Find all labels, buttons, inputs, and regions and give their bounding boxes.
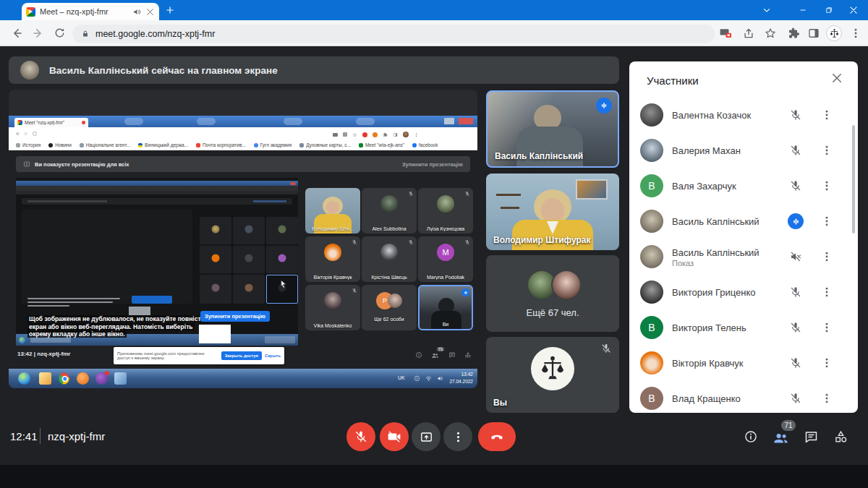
avatar	[380, 195, 398, 213]
titlebar-blur	[356, 118, 375, 125]
self-view-tile[interactable]: Вы	[486, 337, 619, 413]
l3-banner	[22, 198, 292, 205]
browser-tab[interactable]: Meet – nzq-xptj-fmr	[22, 3, 159, 20]
l3-caption-line	[27, 298, 120, 299]
mic-off-icon[interactable]	[789, 179, 802, 192]
nested-bookmarks-bar: История Новини Національне агент... Вінн…	[9, 140, 477, 150]
hide-link: Скрыть	[265, 354, 281, 358]
avatar	[640, 210, 663, 233]
mic-off-icon[interactable]	[789, 321, 802, 334]
avatar	[324, 292, 341, 309]
tab-search-chevron[interactable]	[752, 0, 781, 20]
participant-menu-button[interactable]	[820, 108, 833, 121]
win7-taskbar: UK 13:4227.04.2022	[9, 369, 477, 388]
participant-menu-button[interactable]	[820, 144, 833, 157]
nested-recording-dot	[82, 121, 85, 124]
nested-clock: 13:42 | nzq-xptj-fmr	[17, 351, 70, 357]
win7-photos-icon	[114, 372, 127, 385]
avatar	[551, 270, 582, 300]
side-panel-button[interactable]	[807, 27, 820, 40]
l3-caption-line	[27, 301, 113, 303]
tab-close-icon[interactable]	[145, 7, 155, 17]
panel-close-button[interactable]	[830, 72, 843, 85]
l3-participant-grid	[200, 217, 298, 304]
new-tab-button[interactable]	[165, 5, 175, 15]
nested-forward-icon	[23, 131, 29, 137]
nested-close	[459, 118, 473, 124]
profile-avatar[interactable]	[826, 25, 842, 41]
silhouette	[541, 198, 564, 223]
win7-clock: 13:4227.04.2022	[449, 371, 473, 385]
titlebar-blur	[197, 118, 216, 125]
grid-tile: Луіза Кузнєцова	[418, 188, 473, 234]
url-text: meet.google.com/nzq-xptj-fmr	[95, 29, 215, 39]
permission-text: Приложению meet.google.com предоставлен …	[117, 351, 218, 361]
activities-button[interactable]	[833, 429, 848, 445]
win7-volume-icon	[437, 375, 443, 382]
address-bar[interactable]: meet.google.com/nzq-xptj-fmr	[72, 25, 715, 43]
extensions-puzzle-button[interactable]	[787, 27, 800, 40]
presentation-tile[interactable]: Meet "nzq-xptj-fmr" meet.google.com/nzq-…	[9, 90, 477, 388]
avatar	[640, 103, 663, 127]
reload-button[interactable]	[54, 27, 66, 39]
mic-toggle-button[interactable]	[346, 422, 375, 451]
nested-chat-icon	[448, 351, 456, 359]
camera-toggle-button[interactable]	[380, 422, 409, 451]
mic-off-icon[interactable]	[789, 392, 802, 405]
silhouette	[326, 201, 339, 214]
chat-button[interactable]	[804, 429, 819, 445]
panel-scrollbar[interactable]	[852, 125, 855, 234]
window-close-button[interactable]	[839, 0, 868, 20]
participant-menu-button[interactable]	[820, 356, 833, 369]
more-options-button[interactable]	[443, 422, 472, 451]
nested-browser-tab: Meet "nzq-xptj-fmr"	[14, 118, 88, 127]
bookmark-star-button[interactable]	[764, 27, 777, 40]
mic-off-icon[interactable]	[789, 108, 802, 121]
back-button[interactable]	[10, 27, 23, 40]
speaking-indicator	[788, 213, 804, 229]
browser-menu-button[interactable]	[849, 27, 862, 40]
white-popup-box	[199, 325, 231, 343]
mic-off-icon	[408, 239, 414, 245]
participant-menu-button[interactable]	[820, 250, 833, 263]
tab-sharing-indicator-icon[interactable]	[719, 27, 733, 40]
avatar	[388, 294, 402, 308]
share-page-button[interactable]	[742, 27, 755, 40]
participant-menu-button[interactable]	[820, 321, 833, 334]
mic-off-icon[interactable]	[789, 286, 802, 299]
win7-viber-icon	[95, 372, 108, 385]
mic-off-icon[interactable]	[789, 144, 802, 157]
participant-row: Валерия Махан	[629, 133, 858, 168]
participant-menu-button[interactable]	[820, 215, 833, 228]
participant-row: В Валя Захарчук	[629, 168, 858, 204]
participant-row: Валентна Козачок	[629, 98, 858, 133]
nested-share-banner: Ви показуєте презентацію для всіх Зупини…	[16, 156, 470, 172]
more-people-label: Ещё 67 чел.	[486, 307, 619, 318]
people-button[interactable]	[773, 429, 789, 446]
window-restore-button[interactable]	[814, 0, 843, 20]
video-tile-vasyl[interactable]: Василь Каплінський	[486, 90, 619, 168]
grid-tile-video: Володимир Шти...	[305, 188, 360, 234]
nested-activities-icon	[464, 351, 472, 359]
overflow-tile[interactable]: Ещё 67 чел.	[486, 255, 619, 332]
grid-tile: M Maryna Podoliak	[418, 236, 473, 282]
nested-share-banner-text: Ви показуєте презентацію для всіх	[35, 161, 129, 168]
win7-language: UK	[398, 375, 405, 380]
leave-call-button[interactable]	[478, 422, 516, 451]
participant-menu-button[interactable]	[820, 286, 833, 299]
tab-audio-icon[interactable]	[132, 7, 142, 17]
forward-button[interactable]	[32, 27, 45, 40]
meet-favicon	[26, 7, 35, 17]
meeting-info-button[interactable]	[744, 429, 758, 444]
video-tile-volodymyr[interactable]: Володимир Штифурак	[486, 174, 619, 250]
avatar	[437, 195, 454, 213]
participant-menu-button[interactable]	[820, 179, 833, 192]
mic-off-icon	[352, 288, 357, 294]
win7-clock-icon	[414, 375, 420, 382]
window-minimize-button[interactable]	[788, 0, 817, 20]
mic-off-icon[interactable]	[789, 356, 802, 369]
nested-toolbar-icons	[333, 132, 419, 137]
participant-menu-button[interactable]	[820, 392, 833, 405]
volume-off-icon[interactable]	[789, 250, 802, 263]
present-button[interactable]	[412, 422, 441, 451]
